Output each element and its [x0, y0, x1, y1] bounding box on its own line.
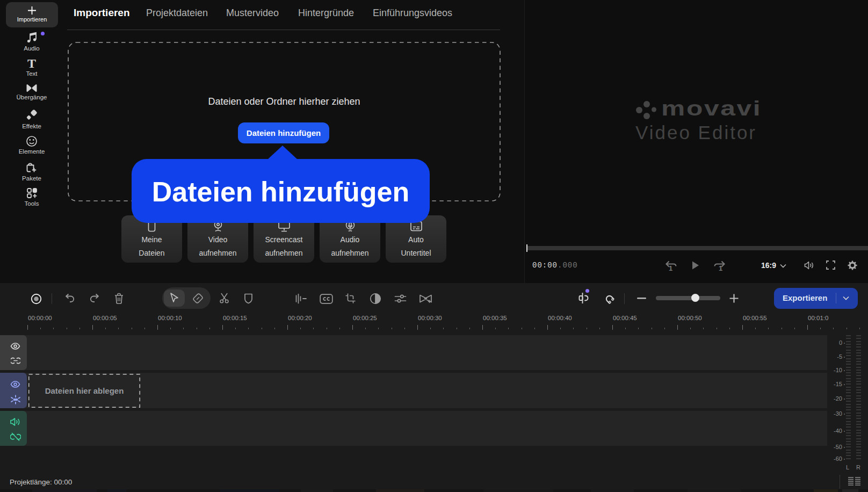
svg-text:1: 1	[719, 264, 722, 271]
svg-text:1: 1	[669, 264, 672, 271]
